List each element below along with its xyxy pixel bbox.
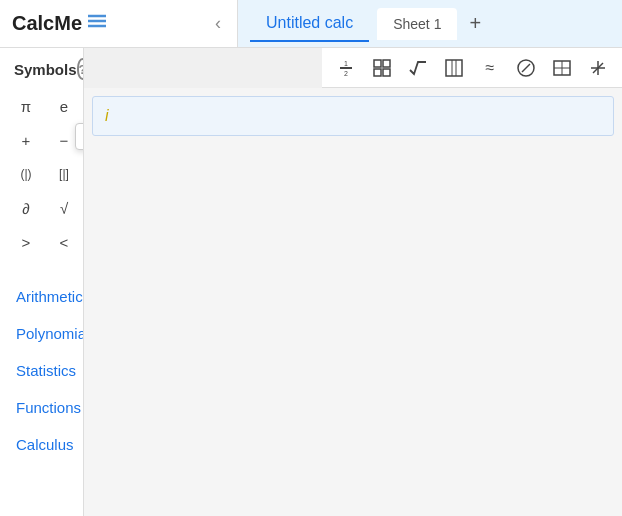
category-statistics[interactable]: Statistics xyxy=(0,352,83,389)
sym-paren[interactable]: (|) xyxy=(8,158,44,190)
svg-text:1: 1 xyxy=(344,60,348,67)
sym-plus[interactable]: + xyxy=(8,124,44,156)
matrix-toolbar-btn[interactable] xyxy=(366,52,398,84)
sym-sqrt[interactable]: √ xyxy=(46,192,82,224)
content-area[interactable]: i xyxy=(84,88,622,516)
category-functions[interactable]: Functions xyxy=(0,389,83,426)
sym-e[interactable]: e xyxy=(46,90,82,122)
logo-text: CalcMe xyxy=(12,12,82,35)
interval-toolbar-btn[interactable] xyxy=(438,52,470,84)
logo-area: CalcMe ‹ xyxy=(0,0,238,47)
tooltip-i: imaginary number i (Ctrl+J) xyxy=(75,123,84,150)
tab-add-button[interactable]: + xyxy=(457,8,493,39)
right-panel: 1 2 xyxy=(84,48,622,516)
category-calculus[interactable]: Calculus xyxy=(0,426,83,463)
toolbar: 1 2 xyxy=(322,48,622,88)
category-nav: Arithmetic Polynomials Statistics Functi… xyxy=(0,262,83,463)
sym-pi[interactable]: π xyxy=(8,90,44,122)
category-polynomials[interactable]: Polynomials xyxy=(0,315,83,352)
tab-sheet[interactable]: Sheet 1 xyxy=(377,8,457,40)
sym-lt[interactable]: < xyxy=(46,226,82,258)
logo-icon xyxy=(86,12,108,35)
cross-toolbar-btn[interactable] xyxy=(582,52,614,84)
svg-rect-7 xyxy=(383,60,390,67)
symbol-grid: π e i imaginary number i (Ctrl+J) j ∞ + … xyxy=(0,86,83,262)
fraction-toolbar-btn[interactable]: 1 2 xyxy=(330,52,362,84)
help-button[interactable]: ? xyxy=(77,58,84,80)
svg-text:2: 2 xyxy=(344,70,348,77)
sym-bracket[interactable]: [|] xyxy=(46,158,82,190)
svg-rect-8 xyxy=(374,69,381,76)
svg-rect-10 xyxy=(446,60,462,76)
sidebar-title: Symbols xyxy=(14,61,77,78)
category-arithmetic[interactable]: Arithmetic xyxy=(0,278,83,315)
colonassign-toolbar-btn[interactable] xyxy=(546,52,578,84)
svg-rect-9 xyxy=(383,69,390,76)
collapse-button[interactable]: ‹ xyxy=(211,9,225,38)
tab-title[interactable]: Untitled calc xyxy=(250,6,369,42)
top-bar: CalcMe ‹ Untitled calc Sheet 1 + xyxy=(0,0,622,48)
sym-partial[interactable]: ∂ xyxy=(8,192,44,224)
sidebar-header: Symbols ? xyxy=(0,48,83,86)
svg-line-14 xyxy=(522,64,530,72)
svg-rect-6 xyxy=(374,60,381,67)
slash-toolbar-btn[interactable] xyxy=(510,52,542,84)
tab-area: Untitled calc Sheet 1 + xyxy=(238,0,622,47)
approx-toolbar-btn[interactable]: ≈ xyxy=(474,52,506,84)
cell-content: i xyxy=(105,107,109,125)
sym-gt[interactable]: > xyxy=(8,226,44,258)
sqrt-toolbar-btn[interactable] xyxy=(402,52,434,84)
cell-area[interactable]: i xyxy=(92,96,614,136)
sidebar: Symbols ? π e i imaginary number i (Ctrl… xyxy=(0,48,84,516)
